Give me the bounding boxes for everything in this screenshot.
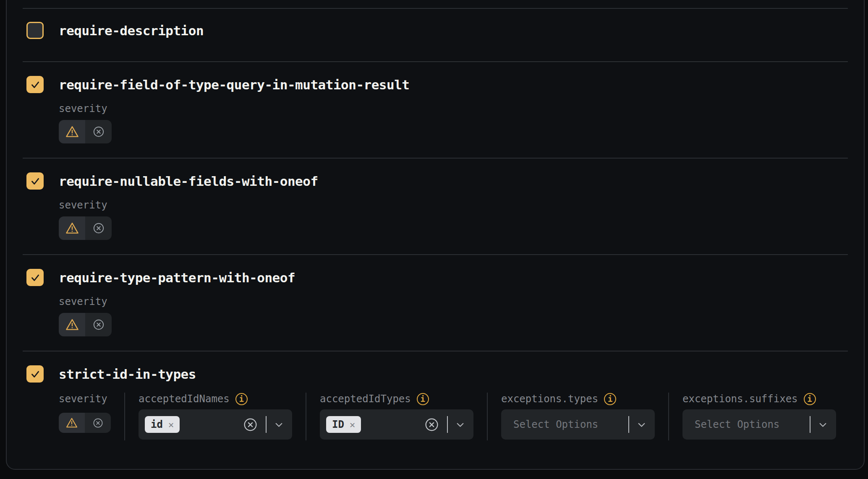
clear-all-icon[interactable] [424, 417, 439, 432]
option-label: exceptions.types [501, 393, 598, 405]
checkmark-icon [30, 272, 41, 283]
rule-row-require-field-of-type-query-in-mutation-result: require-field-of-type-query-in-mutation-… [7, 62, 864, 158]
severity-warn-button[interactable] [59, 413, 85, 433]
chevron-down-icon[interactable] [636, 419, 647, 430]
rule-checkbox[interactable] [26, 76, 44, 93]
select-divider [266, 416, 267, 433]
warning-triangle-icon [65, 125, 79, 139]
select-placeholder: Select Options [513, 419, 598, 430]
option-label: acceptedIdNames [139, 393, 230, 405]
rule-row-require-type-pattern-with-oneof: require-type-pattern-with-oneof severity [7, 255, 864, 351]
option-label: exceptions.suffixes [682, 393, 798, 405]
select-divider [810, 416, 810, 433]
acceptedIdTypes-multiselect[interactable]: ID ✕ [320, 409, 473, 440]
rule-options-row: severity [59, 393, 847, 440]
checkmark-icon [30, 369, 41, 380]
rule-row-strict-id-in-types: strict-id-in-types severity [7, 351, 864, 467]
severity-label: severity [59, 199, 847, 211]
severity-control [59, 216, 112, 240]
rule-row-require-description: require-description [7, 9, 864, 61]
severity-label: severity [59, 102, 847, 115]
severity-control [59, 120, 112, 143]
option-column-severity: severity [59, 393, 111, 433]
chip-label: id [151, 419, 163, 430]
rule-row-require-nullable-fields-with-oneof: require-nullable-fields-with-oneof sever… [7, 159, 864, 254]
rule-checkbox[interactable] [26, 269, 44, 286]
exceptions-types-multiselect[interactable]: Select Options [501, 409, 655, 440]
clear-all-icon[interactable] [243, 417, 258, 432]
column-divider [487, 393, 488, 440]
acceptedIdNames-multiselect[interactable]: id ✕ [139, 409, 292, 440]
rule-title: strict-id-in-types [59, 367, 196, 382]
selected-value-chip: ID ✕ [326, 416, 361, 433]
rules-panel: require-description require-field-of-typ… [6, 0, 865, 470]
info-icon[interactable]: i [417, 393, 429, 405]
rule-checkbox[interactable] [26, 172, 44, 190]
column-divider [124, 393, 125, 440]
select-divider [447, 416, 448, 433]
rule-checkbox[interactable] [26, 22, 44, 39]
circle-x-icon [92, 417, 104, 429]
option-column-exceptions-suffixes: exceptions.suffixes i Select Options [682, 393, 836, 440]
severity-warn-button[interactable] [59, 313, 85, 336]
warning-triangle-icon [65, 318, 79, 332]
rule-title: require-nullable-fields-with-oneof [59, 174, 318, 189]
chip-remove-icon[interactable]: ✕ [350, 419, 355, 430]
option-column-acceptedIdTypes: acceptedIdTypes i ID ✕ [320, 393, 473, 440]
severity-off-button[interactable] [85, 413, 111, 433]
option-column-acceptedIdNames: acceptedIdNames i id ✕ [139, 393, 292, 440]
column-divider [306, 393, 306, 440]
severity-control [59, 313, 112, 336]
rule-title: require-type-pattern-with-oneof [59, 270, 295, 285]
chevron-down-icon[interactable] [455, 419, 466, 430]
circle-x-icon [92, 125, 105, 138]
circle-x-icon [92, 318, 105, 331]
option-label: acceptedIdTypes [320, 393, 411, 405]
checkmark-icon [30, 176, 41, 187]
severity-label: severity [59, 295, 847, 308]
severity-warn-button[interactable] [59, 216, 85, 240]
chevron-down-icon[interactable] [273, 419, 285, 430]
circle-x-icon [92, 222, 105, 234]
info-icon[interactable]: i [804, 393, 816, 405]
rule-title: require-field-of-type-query-in-mutation-… [59, 77, 410, 92]
option-column-exceptions-types: exceptions.types i Select Options [501, 393, 655, 440]
chevron-down-icon[interactable] [817, 419, 829, 430]
severity-label: severity [59, 393, 107, 405]
select-divider [628, 416, 629, 433]
info-icon[interactable]: i [235, 393, 248, 405]
chip-remove-icon[interactable]: ✕ [168, 419, 174, 430]
info-icon[interactable]: i [604, 393, 616, 405]
select-placeholder: Select Options [695, 419, 779, 430]
rule-checkbox[interactable] [26, 365, 44, 383]
rule-title: require-description [59, 23, 204, 38]
selected-value-chip: id ✕ [145, 416, 180, 433]
column-divider [668, 393, 669, 440]
severity-warn-button[interactable] [59, 120, 85, 143]
severity-off-button[interactable] [85, 216, 112, 240]
warning-triangle-icon [65, 417, 78, 429]
exceptions-suffixes-multiselect[interactable]: Select Options [682, 409, 836, 440]
severity-control [59, 413, 111, 433]
chip-label: ID [332, 419, 344, 430]
severity-off-button[interactable] [85, 313, 112, 336]
severity-off-button[interactable] [85, 120, 112, 143]
warning-triangle-icon [65, 221, 79, 235]
checkmark-icon [30, 79, 41, 90]
